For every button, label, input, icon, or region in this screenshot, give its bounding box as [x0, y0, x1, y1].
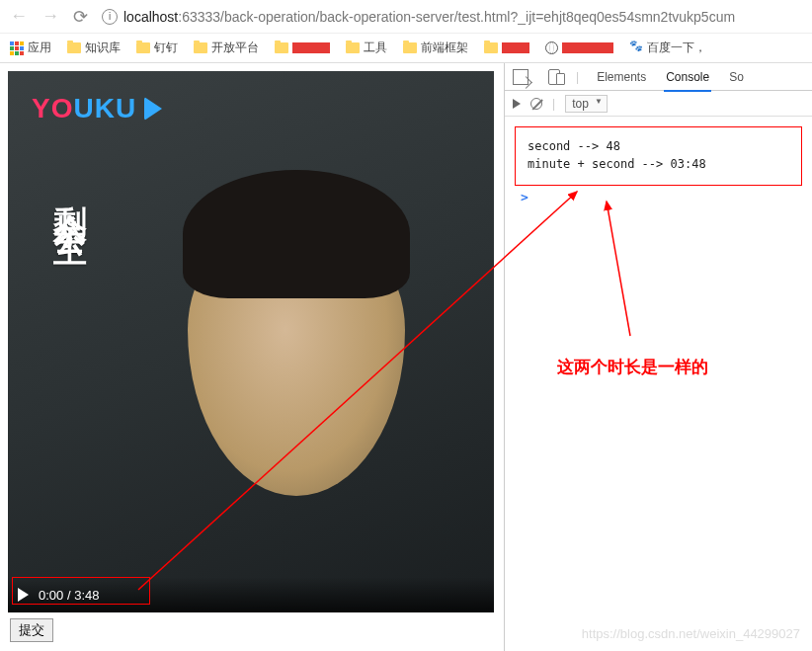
youku-play-icon	[144, 97, 162, 121]
watermark: https://blog.csdn.net/weixin_44299027	[582, 626, 800, 641]
bookmark-label: 百度一下，	[647, 40, 706, 56]
back-icon[interactable]: ←	[10, 6, 28, 27]
redacted-label	[502, 42, 529, 53]
console-line: second --> 48	[528, 139, 789, 153]
bookmark-label: 钉钉	[154, 40, 178, 56]
folder-icon	[67, 42, 81, 53]
bookmarks-bar: 应用 知识库 钉钉 开放平台 工具 前端框架 百度一下，	[0, 34, 812, 63]
video-title: 剩余公主	[47, 180, 93, 211]
paw-icon	[629, 41, 643, 55]
reload-icon[interactable]: ⟳	[73, 6, 88, 28]
bookmark-item[interactable]: 开放平台	[194, 40, 259, 56]
annotation-box-console: second --> 48 minute + second --> 03:48	[515, 126, 802, 186]
video-player[interactable]: YOUKU 剩余公主 0:00 / 3:48	[8, 71, 494, 612]
url-host: localhost	[123, 9, 178, 25]
console-output: second --> 48 minute + second --> 03:48 …	[505, 117, 812, 206]
url-port: :63333	[178, 9, 220, 25]
bookmark-label: 前端框架	[421, 40, 468, 56]
bookmark-item[interactable]	[275, 42, 330, 53]
folder-icon	[136, 42, 150, 53]
apps-label: 应用	[28, 40, 51, 56]
bookmark-item[interactable]: 知识库	[67, 40, 121, 56]
redacted-label	[292, 42, 330, 53]
bookmark-item[interactable]: 钉钉	[136, 40, 178, 56]
globe-icon	[545, 41, 558, 54]
inspect-icon[interactable]	[513, 69, 528, 85]
clear-console-icon[interactable]	[530, 98, 542, 110]
apps-button[interactable]: 应用	[10, 40, 51, 56]
folder-icon	[346, 42, 360, 53]
console-prompt[interactable]: >	[513, 190, 804, 204]
folder-icon	[275, 42, 288, 53]
video-panel: YOUKU 剩余公主 0:00 / 3:48 提交	[0, 63, 504, 651]
tab-sources[interactable]: So	[727, 70, 746, 84]
bookmark-label: 开放平台	[211, 40, 259, 56]
device-toggle-icon[interactable]	[548, 69, 560, 85]
apps-icon	[10, 41, 24, 55]
tab-console[interactable]: Console	[664, 70, 711, 92]
submit-button[interactable]: 提交	[10, 618, 53, 642]
url-path: /back-operation/back-operation-server/te…	[220, 9, 735, 25]
run-icon[interactable]	[513, 99, 521, 109]
folder-icon	[403, 42, 417, 53]
folder-icon	[484, 42, 498, 53]
bookmark-label: 知识库	[85, 40, 121, 56]
browser-toolbar: ← → ⟳ i localhost:63333/back-operation/b…	[0, 0, 812, 34]
address-bar[interactable]: i localhost:63333/back-operation/back-op…	[102, 9, 802, 25]
video-frame-graphic	[128, 160, 464, 585]
youku-logo: YOUKU	[32, 93, 162, 124]
site-info-icon[interactable]: i	[102, 9, 118, 25]
bookmark-item[interactable]: 百度一下，	[629, 40, 706, 56]
devtools-tabs: | Elements Console So	[505, 63, 812, 91]
annotation-text: 这两个时长是一样的	[557, 356, 708, 378]
bookmark-label: 工具	[364, 40, 387, 56]
tab-elements[interactable]: Elements	[595, 70, 648, 84]
bookmark-item[interactable]: 前端框架	[403, 40, 468, 56]
bookmark-item[interactable]	[545, 41, 613, 54]
annotation-box-time	[12, 577, 150, 605]
content-area: YOUKU 剩余公主 0:00 / 3:48 提交 | Elements Con…	[0, 63, 812, 651]
bookmark-item[interactable]: 工具	[346, 40, 387, 56]
bookmark-item[interactable]	[484, 42, 529, 53]
context-select[interactable]: top	[565, 95, 608, 113]
console-line: minute + second --> 03:48	[528, 157, 789, 171]
console-toolbar: | top	[505, 91, 812, 117]
folder-icon	[194, 42, 207, 53]
forward-icon[interactable]: →	[41, 6, 59, 27]
redacted-label	[562, 42, 613, 53]
